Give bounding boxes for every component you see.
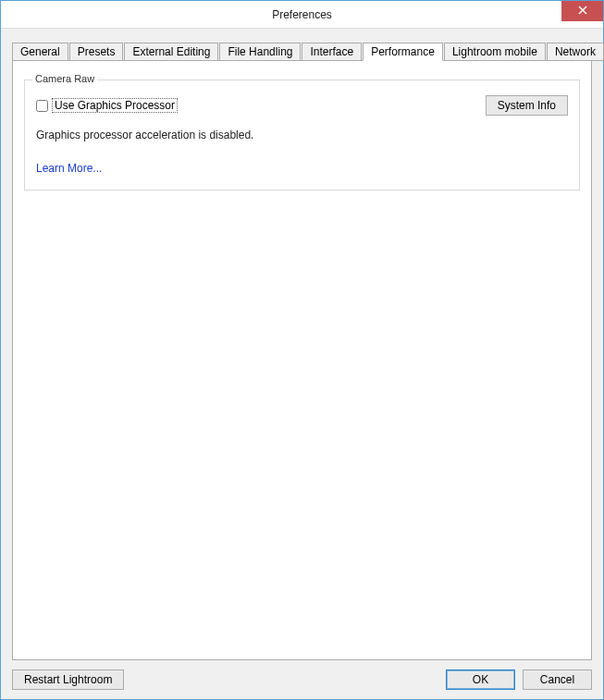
gpu-status-text: Graphics processor acceleration is disab… <box>36 129 568 141</box>
preferences-window: Preferences General Presets External Edi… <box>0 0 604 700</box>
camera-raw-group: Camera Raw Use Graphics Processor System… <box>24 80 580 190</box>
close-icon <box>578 5 587 18</box>
tab-presets[interactable]: Presets <box>69 43 124 61</box>
close-button[interactable] <box>561 1 603 21</box>
tab-panel-performance: Camera Raw Use Graphics Processor System… <box>12 60 592 660</box>
window-title: Preferences <box>1 8 603 21</box>
learn-more-link[interactable]: Learn More... <box>36 162 102 175</box>
use-gpu-checkbox-wrap[interactable]: Use Graphics Processor <box>36 98 178 113</box>
tab-file-handling[interactable]: File Handling <box>219 43 301 61</box>
tab-general[interactable]: General <box>12 43 68 61</box>
ok-button[interactable]: OK <box>446 669 515 690</box>
tab-network[interactable]: Network <box>547 43 604 61</box>
cancel-button[interactable]: Cancel <box>523 669 592 690</box>
system-info-button[interactable]: System Info <box>486 95 568 116</box>
gpu-row: Use Graphics Processor System Info <box>36 95 568 116</box>
tab-external-editing[interactable]: External Editing <box>124 43 218 61</box>
tab-performance[interactable]: Performance <box>363 43 443 61</box>
tab-lightroom-mobile[interactable]: Lightroom mobile <box>444 43 546 61</box>
use-gpu-label: Use Graphics Processor <box>52 98 178 113</box>
titlebar: Preferences <box>1 1 603 29</box>
restart-lightroom-button[interactable]: Restart Lightroom <box>12 669 124 690</box>
group-legend: Camera Raw <box>32 73 97 84</box>
use-gpu-checkbox[interactable] <box>36 100 48 112</box>
tab-interface[interactable]: Interface <box>302 43 362 61</box>
tabstrip: General Presets External Editing File Ha… <box>12 40 592 60</box>
content-area: General Presets External Editing File Ha… <box>1 29 603 699</box>
dialog-footer: Restart Lightroom OK Cancel <box>12 660 592 690</box>
footer-right: OK Cancel <box>446 669 592 690</box>
